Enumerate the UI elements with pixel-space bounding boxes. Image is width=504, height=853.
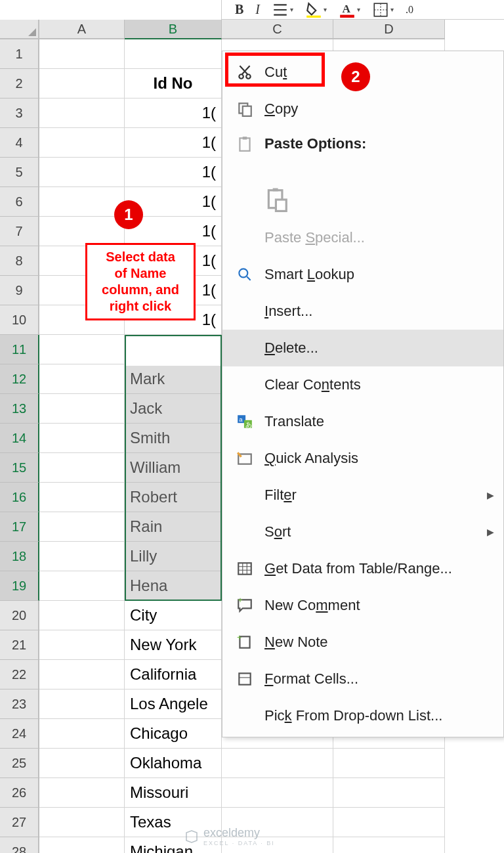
row-header-6[interactable]: 6 xyxy=(0,187,39,217)
row-header-18[interactable]: 18 xyxy=(0,542,39,571)
italic-button[interactable]: I xyxy=(255,2,260,17)
row-header-19[interactable]: 19 xyxy=(0,571,39,601)
cell-B26[interactable]: Missouri xyxy=(125,778,222,808)
cell-C25[interactable] xyxy=(222,749,333,778)
cell-A26[interactable] xyxy=(39,778,125,808)
cell-B17[interactable]: Rain xyxy=(125,512,222,542)
cell-A16[interactable] xyxy=(39,483,125,512)
font-color-button[interactable]: A ▾ xyxy=(339,1,360,18)
row-header-25[interactable]: 25 xyxy=(0,749,39,778)
cell-B3[interactable]: 1( xyxy=(125,98,222,128)
cell-A19[interactable] xyxy=(39,571,125,601)
row-header-15[interactable]: 15 xyxy=(0,453,39,483)
row-header-24[interactable]: 24 xyxy=(0,719,39,749)
menu-insert[interactable]: Insert... xyxy=(222,293,503,330)
cell-A22[interactable] xyxy=(39,660,125,689)
row-header-21[interactable]: 21 xyxy=(0,630,39,660)
cell-A28[interactable] xyxy=(39,837,125,853)
row-header-2[interactable]: 2 xyxy=(0,69,39,98)
cell-B20[interactable]: City xyxy=(125,601,222,630)
decimals-button[interactable]: .0 xyxy=(406,4,413,16)
row-header-22[interactable]: 22 xyxy=(0,660,39,689)
row-header-10[interactable]: 10 xyxy=(0,305,39,335)
row-header-26[interactable]: 26 xyxy=(0,778,39,808)
row-header-16[interactable]: 16 xyxy=(0,483,39,512)
cell-B2[interactable]: Id No xyxy=(125,69,222,98)
cell-B18[interactable]: Lilly xyxy=(125,542,222,571)
cell-B24[interactable]: Chicago xyxy=(125,719,222,749)
column-header-C[interactable]: C xyxy=(222,20,333,39)
column-header-B[interactable]: B xyxy=(125,20,222,39)
cell-D26[interactable] xyxy=(333,778,445,808)
menu-translate[interactable]: aあ Translate xyxy=(222,403,503,440)
menu-delete[interactable]: Delete... xyxy=(222,330,503,366)
cell-A1[interactable] xyxy=(39,39,125,69)
column-header-D[interactable]: D xyxy=(333,20,445,39)
fill-color-button[interactable]: ▾ xyxy=(305,1,327,18)
cell-A21[interactable] xyxy=(39,630,125,660)
row-header-5[interactable]: 5 xyxy=(0,158,39,187)
cell-B12[interactable]: Mark xyxy=(125,364,222,394)
cell-A5[interactable] xyxy=(39,158,125,187)
row-header-17[interactable]: 17 xyxy=(0,512,39,542)
row-header-13[interactable]: 13 xyxy=(0,394,39,424)
cell-B15[interactable]: William xyxy=(125,453,222,483)
cell-B4[interactable]: 1( xyxy=(125,128,222,158)
cell-A17[interactable] xyxy=(39,512,125,542)
cell-B11[interactable]: Name xyxy=(125,335,222,364)
cell-B16[interactable]: Robert xyxy=(125,483,222,512)
row-header-3[interactable]: 3 xyxy=(0,98,39,128)
cell-A3[interactable] xyxy=(39,98,125,128)
menu-filter[interactable]: Filter ▶ xyxy=(222,477,503,514)
menu-format-cells[interactable]: Format Cells... xyxy=(222,661,503,697)
cell-D25[interactable] xyxy=(333,749,445,778)
menu-new-comment[interactable]: + New Comment xyxy=(222,587,503,624)
align-button[interactable]: ▾ xyxy=(272,1,293,18)
select-all-corner[interactable] xyxy=(0,20,39,39)
column-header-A[interactable]: A xyxy=(39,20,125,39)
cell-B1[interactable] xyxy=(125,39,222,69)
menu-get-data[interactable]: Get Data from Table/Range... xyxy=(222,550,503,587)
cell-D27[interactable] xyxy=(333,808,445,837)
row-header-28[interactable]: 28 xyxy=(0,837,39,853)
cell-B22[interactable]: California xyxy=(125,660,222,689)
cell-A15[interactable] xyxy=(39,453,125,483)
cell-A24[interactable] xyxy=(39,719,125,749)
cell-A4[interactable] xyxy=(39,128,125,158)
menu-clear-contents[interactable]: Clear Contents xyxy=(222,366,503,403)
cell-A12[interactable] xyxy=(39,364,125,394)
cell-A2[interactable] xyxy=(39,69,125,98)
cell-B21[interactable]: New York xyxy=(125,630,222,660)
cell-D28[interactable] xyxy=(333,837,445,853)
cell-A14[interactable] xyxy=(39,424,125,453)
menu-copy[interactable]: Copy xyxy=(222,91,503,127)
menu-sort[interactable]: Sort ▶ xyxy=(222,514,503,550)
cell-B5[interactable]: 1( xyxy=(125,158,222,187)
row-header-11[interactable]: 11 xyxy=(0,335,39,364)
row-header-20[interactable]: 20 xyxy=(0,601,39,630)
menu-smart-lookup[interactable]: Smart Lookup xyxy=(222,256,503,293)
row-header-7[interactable]: 7 xyxy=(0,217,39,246)
cell-B19[interactable]: Hena xyxy=(125,571,222,601)
cell-A25[interactable] xyxy=(39,749,125,778)
row-header-27[interactable]: 27 xyxy=(0,808,39,837)
cell-B13[interactable]: Jack xyxy=(125,394,222,424)
row-header-4[interactable]: 4 xyxy=(0,128,39,158)
menu-quick-analysis[interactable]: Quick Analysis xyxy=(222,440,503,477)
bold-button[interactable]: B xyxy=(235,2,243,17)
paste-option-default[interactable] xyxy=(222,180,503,219)
cell-C26[interactable] xyxy=(222,778,333,808)
cell-A6[interactable] xyxy=(39,187,125,217)
cell-A23[interactable] xyxy=(39,689,125,719)
cell-B23[interactable]: Los Angele xyxy=(125,689,222,719)
cell-A7[interactable] xyxy=(39,217,125,246)
row-header-14[interactable]: 14 xyxy=(0,424,39,453)
cell-A13[interactable] xyxy=(39,394,125,424)
cell-A27[interactable] xyxy=(39,808,125,837)
cell-A11[interactable] xyxy=(39,335,125,364)
row-header-9[interactable]: 9 xyxy=(0,276,39,305)
menu-pick-from-list[interactable]: Pick From Drop-down List... xyxy=(222,697,503,734)
row-header-23[interactable]: 23 xyxy=(0,689,39,719)
cell-B14[interactable]: Smith xyxy=(125,424,222,453)
row-header-1[interactable]: 1 xyxy=(0,39,39,69)
